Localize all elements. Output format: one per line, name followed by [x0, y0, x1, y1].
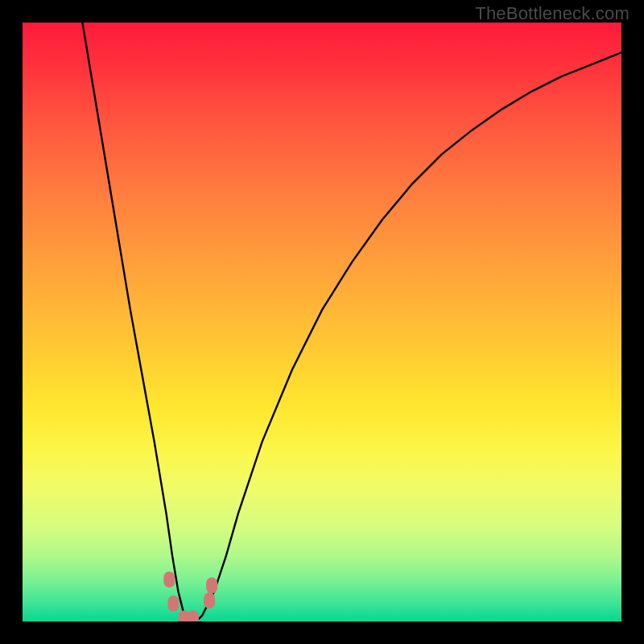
bottleneck-curve	[82, 23, 621, 621]
marker-point	[167, 596, 179, 612]
watermark-text: TheBottleneck.com	[475, 3, 630, 24]
chart-frame: TheBottleneck.com	[0, 0, 644, 644]
marker-point	[179, 610, 190, 621]
marker-point	[204, 592, 215, 609]
curve-layer	[23, 23, 621, 621]
marker-point	[163, 572, 175, 588]
plot-area	[23, 23, 621, 621]
marker-point	[188, 610, 199, 621]
data-markers	[163, 572, 217, 621]
marker-point	[206, 577, 217, 593]
